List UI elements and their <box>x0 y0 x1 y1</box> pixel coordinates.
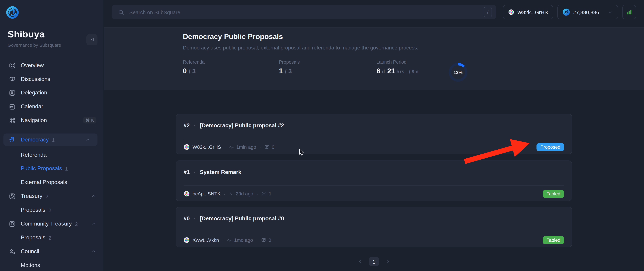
separator-dot: · <box>259 144 261 150</box>
chevron-down-icon <box>608 10 613 15</box>
page-prev-icon[interactable] <box>357 258 363 264</box>
chain-name: Shibuya <box>8 29 44 40</box>
treasury-bag-icon <box>9 192 16 200</box>
statistics-button[interactable] <box>622 5 636 19</box>
separator-dot: · <box>194 214 196 223</box>
proposal-author[interactable]: bcAp...SNTK <box>192 191 220 196</box>
treasury-bag-icon <box>9 220 16 227</box>
sidebar-item-overview[interactable]: Overview <box>0 59 103 72</box>
comment-count: 1 <box>269 191 272 196</box>
sidebar-item-public-proposals[interactable]: Public Proposals 1 <box>0 162 103 175</box>
proposal-card[interactable]: #2 · [Democracy] Public proposal #2 W82k… <box>176 114 572 154</box>
chat-icon <box>9 76 16 83</box>
block-height-button[interactable]: #7,380,836 <box>557 5 618 19</box>
stat-proposals: Proposals 1/ 3 <box>279 60 300 75</box>
proposal-id: #2 <box>184 121 190 130</box>
activity-pulse-icon <box>229 144 234 150</box>
proposal-id: #0 <box>184 214 190 223</box>
comment-count: 0 <box>272 144 274 150</box>
chevron-up-icon <box>91 221 96 226</box>
sidebar-section-treasury[interactable]: Treasury 2 <box>0 190 103 202</box>
chevron-up-icon <box>91 193 96 199</box>
chain-logo-icon[interactable] <box>6 6 19 19</box>
sidebar-item-community-proposals[interactable]: Proposals 2 <box>0 231 103 244</box>
sidebar-item-delegation[interactable]: Delegation <box>0 87 103 99</box>
sidebar-item-calendar[interactable]: Calendar <box>0 100 103 113</box>
activity-pulse-icon <box>228 191 234 196</box>
separator-dot: · <box>194 121 196 130</box>
search-bar[interactable]: / <box>112 5 496 19</box>
separator-dot: · <box>256 237 258 243</box>
page-header: Democracy Public Proposals Democracy use… <box>104 28 644 90</box>
launch-progress-ring: 13% <box>449 63 467 82</box>
header-divider <box>183 55 572 55</box>
sidebar: Shibuya Governance by Subsquare Overview… <box>0 0 103 271</box>
sidebar-section-community-treasury[interactable]: Community Treasury 2 <box>0 217 103 230</box>
sidebar-divider <box>7 126 96 126</box>
author-identicon <box>184 191 190 197</box>
card-divider <box>184 185 564 186</box>
sidebar-item-navigation[interactable]: Navigation ⌘ K <box>0 114 103 127</box>
sidebar-item-motions[interactable]: Motions <box>0 259 103 271</box>
calendar-icon <box>9 103 16 110</box>
card-divider <box>184 232 564 232</box>
page-next-icon[interactable] <box>384 258 391 264</box>
comment-icon <box>261 237 266 243</box>
chain-logo-icon <box>562 8 570 16</box>
proposal-title: [Democracy] Public proposal #2 <box>200 121 284 130</box>
democracy-hand-icon <box>9 136 16 143</box>
proposal-author[interactable]: W82k...GrHS <box>192 144 221 150</box>
sidebar-section-council[interactable]: Council <box>0 245 103 258</box>
comment-count: 0 <box>268 237 271 243</box>
sidebar-section-democracy[interactable]: Democracy 1 <box>4 134 98 146</box>
card-divider <box>184 139 564 139</box>
grid-icon <box>9 62 16 69</box>
page-title: Democracy Public Proposals <box>183 33 283 41</box>
launch-progress-percent: 13% <box>454 70 462 75</box>
sidebar-item-external-proposals[interactable]: External Proposals <box>0 176 103 188</box>
account-button[interactable]: W82k...GrHS <box>503 5 553 19</box>
page-description: Democracy uses public proposal, external… <box>183 45 418 51</box>
proposal-time: 1min ago <box>236 144 256 150</box>
search-input[interactable] <box>128 9 484 16</box>
sidebar-item-referenda[interactable]: Referenda <box>0 149 103 161</box>
proposal-list-section: List 3 New Proposal #2 · [Democracy] Pub… <box>104 90 644 271</box>
chevron-up-icon <box>91 249 96 254</box>
account-identicon <box>508 8 514 16</box>
stat-referenda: Referenda 0/ 3 <box>183 60 205 75</box>
separator-dot: · <box>222 237 224 243</box>
status-badge: Proposed <box>536 143 564 151</box>
subsquare-app: Shibuya Governance by Subsquare Overview… <box>0 0 644 271</box>
sidebar-collapse-button[interactable] <box>86 34 98 45</box>
proposal-card[interactable]: #1 · System Remark bcAp...SNTK · 29d ago… <box>176 160 572 201</box>
chevron-up-icon <box>85 137 90 142</box>
proposal-card[interactable]: #0 · [Democracy] Public proposal #0 Xwwt… <box>176 207 572 247</box>
search-shortcut-hint: / <box>484 7 492 17</box>
separator-dot: · <box>224 191 226 197</box>
command-icon <box>9 117 16 124</box>
status-badge: Tabled <box>543 236 564 244</box>
author-identicon <box>184 144 190 150</box>
sidebar-tagline: Governance by Subsquare <box>8 43 61 48</box>
proposal-title: [Democracy] Public proposal #0 <box>200 214 284 223</box>
separator-dot: · <box>256 191 258 197</box>
page-number[interactable]: 1 <box>369 257 379 266</box>
collapse-sidebar-icon <box>89 37 95 43</box>
status-badge: Tabled <box>543 190 564 198</box>
separator-dot: · <box>224 144 226 150</box>
sidebar-item-discussions[interactable]: Discussions <box>0 73 103 85</box>
separator-dot: · <box>194 168 196 177</box>
topbar: / W82k...GrHS #7,380,836 <box>104 0 644 28</box>
search-icon <box>118 9 124 16</box>
person-add-icon <box>9 89 16 96</box>
author-identicon <box>184 237 190 243</box>
bar-chart-icon <box>626 9 632 16</box>
navigation-shortcut-badge: ⌘ K <box>83 117 96 124</box>
stat-launch-period: Launch Period 6d21hrs/ 8 d <box>376 60 418 75</box>
proposal-author[interactable]: Xwwt...Vkkn <box>192 237 219 243</box>
proposal-title: System Remark <box>200 168 241 177</box>
proposal-time: 1mo ago <box>234 237 253 243</box>
comment-icon <box>264 144 270 150</box>
sidebar-item-treasury-proposals[interactable]: Proposals 2 <box>0 204 103 216</box>
proposal-id: #1 <box>184 168 190 177</box>
